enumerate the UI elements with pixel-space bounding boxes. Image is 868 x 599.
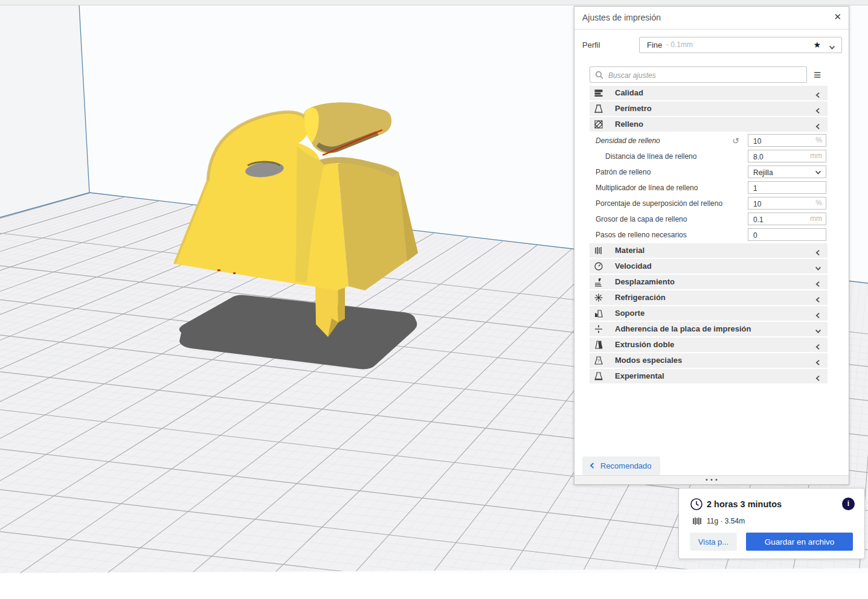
category-extrusion-doble[interactable]: Extrusión doble (590, 338, 828, 352)
chevron-down-icon (815, 169, 821, 176)
model-overhang-speck (217, 269, 220, 271)
chevron-left-icon (815, 90, 821, 97)
category-desplazamiento[interactable]: Desplazamiento (590, 275, 828, 289)
setting-row-infill-pattern: Patrón de relleno (590, 165, 831, 179)
quality-icon (594, 88, 603, 98)
support-icon (594, 309, 603, 318)
infill-overlap-input[interactable] (752, 198, 806, 210)
category-velocidad[interactable]: Velocidad (590, 259, 828, 274)
infill-density-input[interactable] (752, 135, 806, 147)
print-settings-panel: Ajustes de impresión ✕ Perfil Fine - 0.1… (574, 6, 849, 485)
preview-button[interactable]: Vista p... (690, 533, 737, 551)
speed-icon (594, 261, 603, 271)
favorite-star-icon[interactable]: ★ (813, 40, 821, 50)
print-summary-card: 2 horas 3 minutos i 11g · 3.54m Vista p.… (678, 488, 865, 559)
material-spool-icon (692, 516, 702, 526)
material-usage-estimate: 11g · 3.54m (707, 517, 745, 525)
svg-text:?: ? (597, 358, 600, 364)
panel-title: Ajustes de impresión (582, 7, 661, 29)
category-perimetro[interactable]: Perímetro (590, 101, 828, 116)
chevron-left-icon (815, 310, 821, 317)
category-experimental[interactable]: Experimental (590, 369, 828, 383)
chevron-down-icon (815, 263, 821, 270)
build-volume-left-wall (0, 5, 89, 217)
infill-steps-input[interactable] (752, 229, 806, 241)
chevron-down-icon (815, 326, 821, 333)
chevron-left-icon (815, 106, 821, 112)
setting-row-infill-density: Densidad de relleno ↺ % (590, 134, 831, 147)
chevron-left-icon (815, 357, 821, 364)
experimental-icon (594, 371, 603, 381)
profile-suffix: - 0.1mm (666, 37, 693, 53)
cura-window: Ajustes de impresión ✕ Perfil Fine - 0.1… (0, 0, 868, 599)
chevron-left-icon (815, 248, 821, 254)
info-icon[interactable]: i (842, 498, 855, 510)
panel-header: Ajustes de impresión ✕ (574, 7, 849, 30)
search-box (590, 66, 807, 83)
category-modos-especiales[interactable]: ? Modos especiales (590, 353, 828, 368)
search-input[interactable] (607, 68, 803, 83)
chevron-left-icon (815, 373, 821, 380)
infill-line-multiplier-input[interactable] (752, 182, 806, 194)
travel-icon (594, 277, 603, 287)
model-overhang-speck (233, 272, 236, 274)
setting-row-infill-line-distance: Distancia de línea de relleno mm (590, 150, 831, 163)
cooling-icon (594, 293, 603, 303)
search-icon (595, 71, 603, 79)
infill-pattern-value[interactable] (752, 167, 806, 178)
chevron-left-icon (815, 121, 821, 128)
chevron-left-icon (815, 279, 821, 286)
drag-dots-icon (706, 479, 718, 481)
category-adherencia[interactable]: Adherencia de la placa de impresión (590, 322, 828, 336)
category-refrigeracion[interactable]: Refrigeración (590, 290, 828, 305)
category-material[interactable]: Material (590, 243, 828, 258)
recommended-mode-button[interactable]: Recomendado (582, 456, 660, 475)
clock-icon (690, 498, 703, 511)
chevron-left-icon (590, 462, 596, 469)
close-icon[interactable]: ✕ (834, 11, 841, 22)
category-soporte[interactable]: Soporte (590, 306, 828, 321)
category-relleno[interactable]: Relleno (590, 117, 828, 132)
setting-row-infill-layer-thickness: Grosor de la capa de relleno mm (590, 213, 831, 226)
chevron-left-icon (815, 295, 821, 301)
category-calidad[interactable]: Calidad (590, 86, 828, 100)
panel-resize-handle[interactable] (574, 475, 849, 484)
adhesion-icon (594, 324, 603, 334)
material-icon (594, 246, 603, 255)
dual-extrusion-icon (594, 340, 603, 350)
infill-layer-thickness-input[interactable] (752, 214, 806, 225)
setting-row-infill-overlap: Porcentaje de superposición del relleno … (590, 197, 831, 210)
infill-icon (594, 120, 603, 129)
profile-value: Fine (647, 37, 662, 53)
setting-row-infill-steps: Pasos de relleno necesarios (590, 228, 831, 242)
infill-pattern-dropdown[interactable] (748, 165, 826, 178)
save-to-file-button[interactable]: Guardar en archivo (746, 533, 853, 551)
chevron-down-icon (829, 42, 835, 53)
top-window-strip (0, 0, 868, 5)
chevron-left-icon (815, 342, 821, 348)
reset-value-icon[interactable]: ↺ (732, 134, 739, 147)
shell-icon (594, 104, 603, 114)
infill-line-distance-input[interactable] (752, 151, 806, 162)
setting-row-infill-line-multiplier: Multiplicador de línea de relleno (590, 181, 831, 194)
print-time-estimate: 2 horas 3 minutos (707, 499, 782, 509)
profile-label: Perfil (582, 40, 600, 50)
profile-dropdown[interactable]: Fine - 0.1mm ★ (639, 37, 842, 53)
plate-front-band (0, 573, 868, 599)
hamburger-menu-icon[interactable]: ≡ (814, 67, 821, 83)
special-modes-icon: ? (594, 356, 603, 365)
